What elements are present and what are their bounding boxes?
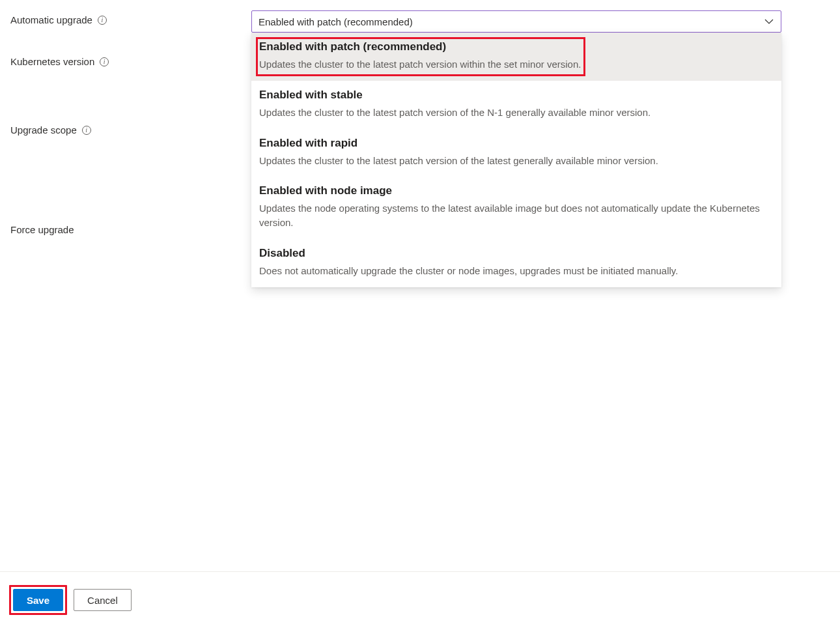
- kubernetes-version-label: Kubernetes version: [10, 56, 94, 67]
- chevron-down-icon: [764, 16, 774, 27]
- option-desc: Updates the cluster to the latest patch …: [259, 154, 774, 168]
- option-enabled-with-stable[interactable]: Enabled with stable Updates the cluster …: [251, 81, 781, 129]
- automatic-upgrade-dropdown-list: Enabled with patch (recommended) Updates…: [251, 33, 781, 287]
- option-desc: Updates the cluster to the latest patch …: [259, 106, 774, 120]
- footer-actions: Save Cancel: [0, 571, 840, 628]
- annotation-highlight-option: Enabled with patch (recommended) Updates…: [256, 37, 585, 76]
- option-title: Enabled with node image: [259, 184, 774, 197]
- automatic-upgrade-dropdown[interactable]: Enabled with patch (recommended): [251, 10, 781, 33]
- save-button[interactable]: Save: [13, 589, 63, 611]
- upgrade-scope-label: Upgrade scope: [10, 124, 77, 136]
- option-title: Enabled with stable: [259, 89, 774, 102]
- option-title: Enabled with rapid: [259, 137, 774, 150]
- option-title: Disabled: [259, 247, 774, 260]
- option-desc: Does not automatically upgrade the clust…: [259, 264, 774, 278]
- option-desc: Updates the node operating systems to th…: [259, 201, 774, 230]
- option-enabled-with-rapid[interactable]: Enabled with rapid Updates the cluster t…: [251, 129, 781, 177]
- option-disabled[interactable]: Disabled Does not automatically upgrade …: [251, 239, 781, 287]
- cancel-button[interactable]: Cancel: [74, 589, 132, 611]
- row-automatic-upgrade: Automatic upgrade i Enabled with patch (…: [10, 10, 830, 33]
- dropdown-selected-value: Enabled with patch (recommended): [259, 16, 413, 27]
- option-enabled-with-node-image[interactable]: Enabled with node image Updates the node…: [251, 177, 781, 239]
- option-title: Enabled with patch (recommended): [259, 40, 581, 53]
- info-icon[interactable]: i: [82, 126, 91, 135]
- option-enabled-with-patch[interactable]: Enabled with patch (recommended) Updates…: [251, 33, 781, 81]
- info-icon[interactable]: i: [100, 57, 109, 66]
- info-icon[interactable]: i: [98, 16, 107, 25]
- force-upgrade-label: Force upgrade: [10, 224, 74, 235]
- automatic-upgrade-label: Automatic upgrade: [10, 14, 92, 25]
- option-desc: Updates the cluster to the latest patch …: [259, 57, 581, 72]
- annotation-highlight-save: Save: [9, 585, 67, 615]
